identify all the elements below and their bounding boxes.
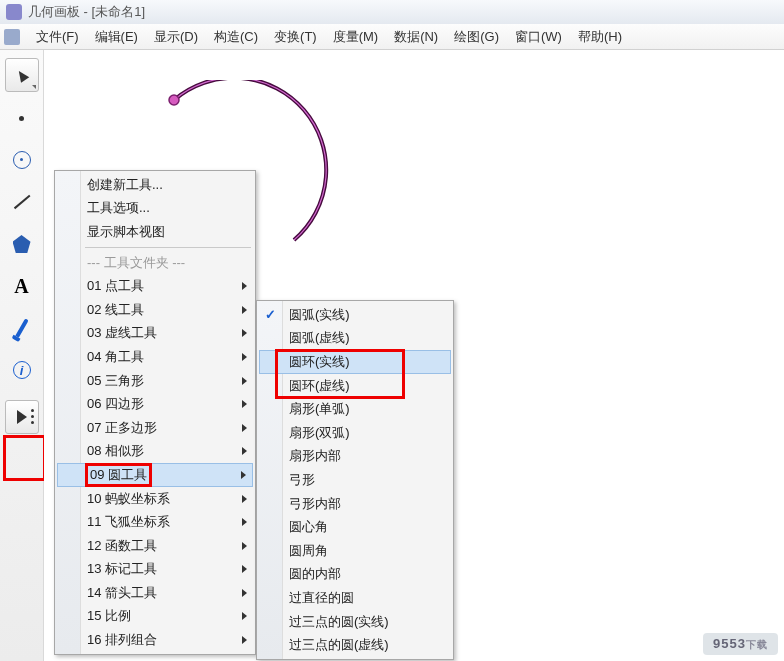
submenu-circle-diameter[interactable]: 过直径的圆 [259,586,451,610]
menu-show-script-view[interactable]: 显示脚本视图 [57,220,253,244]
submenu-sector-double[interactable]: 扇形(双弧) [259,421,451,445]
menu-create-new-tool[interactable]: 创建新工具... [57,173,253,197]
submenu-arrow-icon [242,400,247,408]
menu-file[interactable]: 文件(F) [28,28,87,46]
check-icon: ✓ [265,307,276,322]
submenu-arrow-icon [242,589,247,597]
submenu-arrow-icon [242,612,247,620]
menu-08-similar-shapes[interactable]: 08 相似形 [57,440,253,464]
dots-icon [31,409,34,424]
submenu-arrow-icon [242,306,247,314]
line-icon [13,195,29,209]
menu-15-ratio[interactable]: 15 比例 [57,605,253,629]
custom-tool-menu: 创建新工具... 工具选项... 显示脚本视图 --- 工具文件夹 --- 01… [54,170,256,655]
menu-06-quadrilateral[interactable]: 06 四边形 [57,392,253,416]
svg-point-0 [169,95,179,105]
app-icon [6,4,22,20]
menu-14-arrow-tools[interactable]: 14 箭头工具 [57,581,253,605]
menu-bar: 文件(F) 编辑(E) 显示(D) 构造(C) 变换(T) 度量(M) 数据(N… [0,24,784,50]
menu-separator [85,247,251,248]
submenu-ring-dashed[interactable]: 圆环(虚线) [259,374,451,398]
submenu-arrow-icon [242,282,247,290]
document-icon [4,29,20,45]
play-icon [17,410,27,424]
watermark: 9553下载 [703,633,778,655]
line-tool-button[interactable] [5,186,39,218]
circle-icon [13,151,31,169]
arrow-icon [14,68,29,83]
info-icon: i [13,361,31,379]
polygon-tool-button[interactable] [5,228,39,260]
menu-graph[interactable]: 绘图(G) [446,28,507,46]
menu-10-ant-coord[interactable]: 10 蚂蚁坐标系 [57,487,253,511]
menu-edit[interactable]: 编辑(E) [87,28,146,46]
menu-12-function-tools[interactable]: 12 函数工具 [57,534,253,558]
submenu-sector-single[interactable]: 扇形(单弧) [259,397,451,421]
menu-13-mark-tools[interactable]: 13 标记工具 [57,558,253,582]
title-bar: 几何画板 - [未命名1] [0,0,784,24]
submenu-arrow-icon [242,424,247,432]
submenu-arrow-icon [241,471,246,479]
menu-display[interactable]: 显示(D) [146,28,206,46]
submenu-circle-3pts-dashed[interactable]: 过三点的圆(虚线) [259,633,451,657]
menu-tool-folder-header: --- 工具文件夹 --- [57,251,253,275]
point-tool-button[interactable] [5,102,39,134]
menu-help[interactable]: 帮助(H) [570,28,630,46]
submenu-arrow-icon [242,377,247,385]
menu-window[interactable]: 窗口(W) [507,28,570,46]
submenu-arc-dashed[interactable]: 圆弧(虚线) [259,327,451,351]
marker-tool-button[interactable] [5,312,39,344]
pen-icon [15,318,28,337]
submenu-segment-interior[interactable]: 弓形内部 [259,492,451,516]
submenu-arrow-icon [242,353,247,361]
menu-11-feihu-coord[interactable]: 11 飞狐坐标系 [57,510,253,534]
submenu-arrow-icon [242,447,247,455]
submenu-arrow-icon [242,542,247,550]
submenu-sector-interior[interactable]: 扇形内部 [259,445,451,469]
dot-icon [19,116,24,121]
text-tool-button[interactable]: A [5,270,39,302]
submenu-arc-solid[interactable]: ✓圆弧(实线) [259,303,451,327]
menu-tool-options[interactable]: 工具选项... [57,197,253,221]
submenu-central-angle[interactable]: 圆心角 [259,515,451,539]
menu-02-line-tools[interactable]: 02 线工具 [57,298,253,322]
pentagon-icon [13,235,31,253]
circle-tools-submenu: ✓圆弧(实线) 圆弧(虚线) 圆环(实线) 圆环(虚线) 扇形(单弧) 扇形(双… [256,300,454,660]
menu-16-permutation[interactable]: 16 排列组合 [57,628,253,652]
custom-tool-button[interactable] [5,400,39,434]
menu-07-regular-polygon[interactable]: 07 正多边形 [57,416,253,440]
circle-tool-button[interactable] [5,144,39,176]
vertical-toolbar: A i [0,50,44,661]
submenu-ring-solid[interactable]: 圆环(实线) [259,350,451,374]
submenu-arrow-icon [242,565,247,573]
menu-05-triangle[interactable]: 05 三角形 [57,369,253,393]
submenu-arrow-icon [242,636,247,644]
submenu-inscribed-angle[interactable]: 圆周角 [259,539,451,563]
menu-03-dashed-tools[interactable]: 03 虚线工具 [57,322,253,346]
info-tool-button[interactable]: i [5,354,39,386]
submenu-circle-3pts-solid[interactable]: 过三点的圆(实线) [259,610,451,634]
menu-construct[interactable]: 构造(C) [206,28,266,46]
arrow-tool-button[interactable] [5,58,39,92]
submenu-arrow-icon [242,329,247,337]
submenu-arrow-icon [242,495,247,503]
text-a-icon: A [14,275,28,298]
submenu-segment[interactable]: 弓形 [259,468,451,492]
menu-04-angle-tools[interactable]: 04 角工具 [57,345,253,369]
menu-09-circle-tools[interactable]: 09 圆工具 [57,463,253,487]
menu-01-point-tools[interactable]: 01 点工具 [57,274,253,298]
menu-data[interactable]: 数据(N) [386,28,446,46]
dropdown-marker-icon [32,85,36,89]
submenu-arrow-icon [242,518,247,526]
window-title: 几何画板 - [未命名1] [28,3,145,21]
menu-measure[interactable]: 度量(M) [325,28,387,46]
menu-transform[interactable]: 变换(T) [266,28,325,46]
submenu-circle-interior[interactable]: 圆的内部 [259,563,451,587]
